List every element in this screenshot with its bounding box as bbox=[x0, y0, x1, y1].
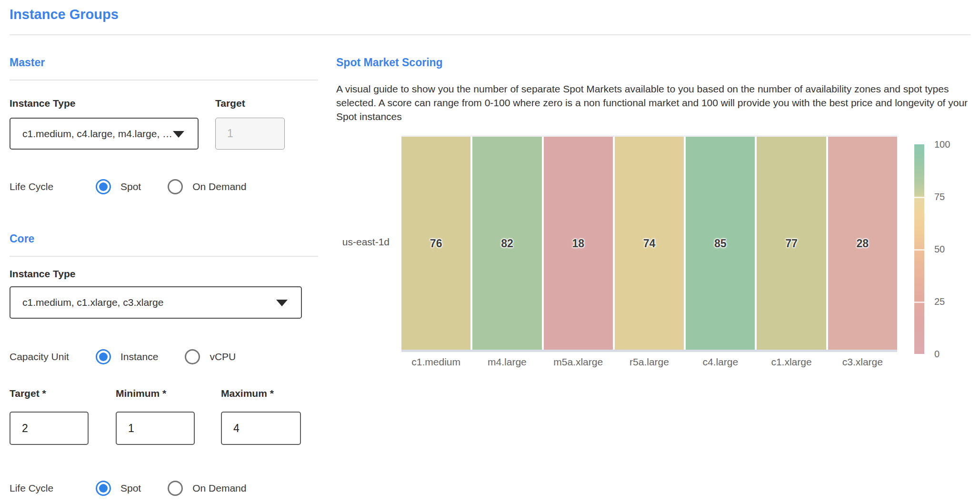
colorbar-divider bbox=[914, 302, 924, 303]
colorbar-tick-50: 50 bbox=[934, 244, 945, 255]
colorbar-tick-100: 100 bbox=[934, 139, 950, 150]
heatmap-cell-c1.medium[interactable]: 76 bbox=[401, 137, 470, 350]
core-instance-type-dropdown[interactable]: c1.medium, c1.xlarge, c3.xlarge bbox=[10, 286, 302, 319]
colorbar-ticks: 1007550250 bbox=[934, 144, 963, 354]
core-maximum-input[interactable] bbox=[221, 412, 301, 445]
heatmap-x-label-c3.xlarge: c3.xlarge bbox=[828, 356, 897, 368]
heatmap-cell-value: 74 bbox=[615, 237, 684, 250]
core-lifecycle-spot-label: Spot bbox=[120, 483, 141, 494]
core-target-input[interactable] bbox=[10, 412, 89, 445]
heatmap-cell-m4.large[interactable]: 82 bbox=[472, 137, 541, 350]
core-capacity-unit-label: Capacity Unit bbox=[10, 351, 96, 363]
colorbar-divider bbox=[914, 197, 924, 198]
master-life-cycle-row: Life Cycle SpotOn Demand bbox=[10, 179, 273, 195]
colorbar-tick-75: 75 bbox=[934, 192, 945, 202]
core-section-heading: Core bbox=[10, 232, 34, 245]
heatmap-cell-value: 85 bbox=[686, 237, 755, 250]
heatmap-cell-value: 76 bbox=[401, 237, 470, 250]
core-capacity-instance-label: Instance bbox=[120, 351, 158, 363]
heatmap-cell-value: 82 bbox=[472, 237, 541, 250]
master-life-cycle-label: Life Cycle bbox=[10, 181, 96, 192]
heatmap-cell-m5a.xlarge[interactable]: 18 bbox=[544, 137, 613, 350]
heatmap-x-labels: c1.mediumm4.largem5a.xlarger5a.largec4.l… bbox=[401, 356, 897, 368]
core-capacity-unit-row: Capacity Unit InstancevCPU bbox=[10, 349, 262, 365]
core-lifecycle-on-demand-label: On Demand bbox=[192, 483, 246, 494]
heatmap-cell-value: 28 bbox=[828, 237, 897, 250]
heatmap-x-label-m5a.xlarge: m5a.xlarge bbox=[544, 356, 613, 368]
master-instance-type-label: Instance Type bbox=[10, 98, 76, 109]
core-instance-type-label: Instance Type bbox=[10, 268, 76, 280]
heatmap-cell-r5a.large[interactable]: 74 bbox=[615, 137, 684, 350]
radio-selected-icon[interactable] bbox=[96, 349, 111, 364]
radio-unselected-icon[interactable] bbox=[168, 179, 183, 194]
core-lifecycle-on-demand-option[interactable]: On Demand bbox=[168, 481, 246, 496]
spot-market-scoring-description: A visual guide to show you the number of… bbox=[336, 82, 971, 123]
colorbar-divider bbox=[914, 249, 924, 251]
core-maximum-label: Maximum * bbox=[221, 388, 274, 399]
master-instance-type-dropdown[interactable]: c1.medium, c4.large, m4.large, … bbox=[10, 118, 199, 150]
core-capacity-vcpu-option[interactable]: vCPU bbox=[185, 349, 236, 364]
heatmap-x-label-c4.large: c4.large bbox=[686, 356, 755, 368]
master-lifecycle-spot-option[interactable]: Spot bbox=[96, 179, 141, 194]
heatmap-cell-c4.large[interactable]: 85 bbox=[686, 137, 755, 350]
heatmap-x-label-c1.xlarge: c1.xlarge bbox=[757, 356, 826, 368]
title-divider bbox=[10, 34, 970, 35]
core-target-label: Target * bbox=[10, 388, 46, 399]
master-lifecycle-spot-label: Spot bbox=[120, 181, 141, 192]
core-life-cycle-label: Life Cycle bbox=[10, 483, 96, 494]
heatmap-cells: 76821874857728 bbox=[401, 135, 897, 352]
heatmap-x-label-c1.medium: c1.medium bbox=[401, 356, 470, 368]
master-target-input[interactable] bbox=[215, 118, 285, 150]
master-instance-type-value: c1.medium, c4.large, m4.large, … bbox=[22, 128, 172, 140]
master-section-heading: Master bbox=[10, 56, 45, 69]
chevron-down-icon bbox=[276, 300, 288, 306]
heatmap-x-label-r5a.large: r5a.large bbox=[615, 356, 684, 368]
heatmap-cell-c3.xlarge[interactable]: 28 bbox=[828, 137, 897, 350]
core-capacity-instance-option[interactable]: Instance bbox=[96, 349, 158, 364]
master-target-label: Target bbox=[215, 98, 245, 109]
radio-selected-icon[interactable] bbox=[96, 481, 111, 496]
core-capacity-vcpu-label: vCPU bbox=[210, 351, 236, 363]
chevron-down-icon bbox=[173, 131, 184, 138]
heatmap-colorbar bbox=[914, 144, 924, 354]
radio-unselected-icon[interactable] bbox=[168, 481, 183, 496]
core-lifecycle-spot-option[interactable]: Spot bbox=[96, 481, 141, 496]
master-lifecycle-on-demand-label: On Demand bbox=[192, 181, 246, 192]
instance-groups-page: Instance Groups Master Instance Type c1.… bbox=[0, 0, 980, 504]
heatmap-cell-c1.xlarge[interactable]: 77 bbox=[757, 137, 826, 350]
colorbar-tick-0: 0 bbox=[934, 349, 940, 360]
core-divider bbox=[10, 256, 318, 257]
colorbar-tick-25: 25 bbox=[934, 296, 945, 307]
radio-unselected-icon[interactable] bbox=[185, 349, 200, 364]
core-instance-type-value: c1.medium, c1.xlarge, c3.xlarge bbox=[22, 297, 163, 308]
heatmap-cell-value: 18 bbox=[544, 237, 613, 250]
master-divider bbox=[10, 80, 318, 81]
spot-market-scoring-heading: Spot Market Scoring bbox=[336, 56, 443, 69]
page-title: Instance Groups bbox=[10, 7, 119, 22]
core-life-cycle-row: Life Cycle SpotOn Demand bbox=[10, 480, 273, 496]
master-lifecycle-on-demand-option[interactable]: On Demand bbox=[168, 179, 246, 194]
core-minimum-input[interactable] bbox=[116, 412, 195, 445]
heatmap-x-label-m4.large: m4.large bbox=[472, 356, 541, 368]
core-minimum-label: Minimum * bbox=[116, 388, 166, 399]
heatmap-row-label: us-east-1d bbox=[305, 236, 390, 248]
heatmap-cell-value: 77 bbox=[757, 237, 826, 250]
radio-selected-icon[interactable] bbox=[96, 179, 111, 194]
